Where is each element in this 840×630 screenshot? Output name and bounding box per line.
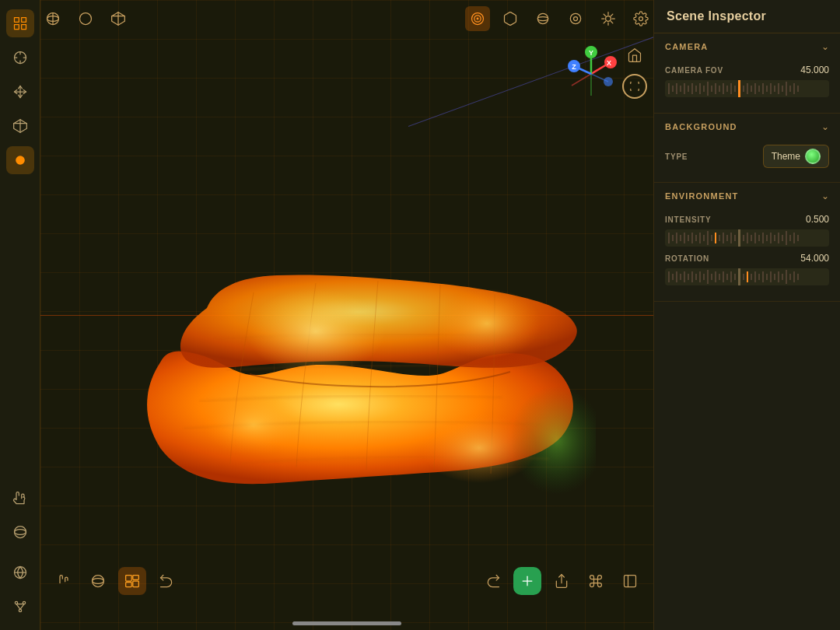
background-chevron-icon: ⌄	[821, 121, 829, 132]
bg-type-row: TYPE Theme	[665, 145, 829, 168]
svg-point-12	[14, 527, 26, 538]
svg-line-41	[604, 22, 605, 23]
grid-icon[interactable]	[6, 9, 34, 37]
rotation-value: 54.000	[800, 253, 829, 264]
orbit-icon[interactable]	[6, 518, 34, 546]
viewport-top-toolbar	[40, 6, 653, 31]
home-button[interactable]	[622, 43, 647, 68]
share-right-icon[interactable]	[548, 567, 576, 595]
panels-right-icon[interactable]	[616, 567, 644, 595]
svg-point-24	[80, 13, 92, 25]
fov-label: CAMERA FOV	[665, 66, 723, 75]
target-vt-icon[interactable]	[465, 6, 490, 31]
background-label: BACKGROUND	[665, 122, 737, 131]
cube-vt-icon[interactable]	[498, 6, 523, 31]
sphere-vt-icon[interactable]	[530, 6, 555, 31]
hand-bottom-icon[interactable]	[50, 567, 78, 595]
sun-vt-icon[interactable]	[596, 6, 621, 31]
viewport[interactable]: X Y Z	[40, 0, 653, 630]
background-section: BACKGROUND ⌄ TYPE Theme	[654, 114, 840, 183]
svg-line-18	[16, 604, 20, 610]
viewport-bottom-toolbar	[40, 567, 653, 595]
camera-chevron-icon: ⌄	[821, 41, 829, 52]
svg-rect-71	[625, 576, 636, 587]
scene-inspector-panel: Scene Inspector CAMERA ⌄ CAMERA FOV 45.0…	[653, 0, 840, 630]
svg-point-30	[537, 13, 548, 23]
rotation-label: ROTATION	[665, 254, 709, 263]
intensity-label: INTENSITY	[665, 215, 711, 224]
command-right-icon[interactable]	[582, 567, 610, 595]
sphere-solid-vt-icon[interactable]	[73, 6, 98, 31]
background-section-content: TYPE Theme	[654, 140, 840, 182]
orange-shape-icon[interactable]	[6, 146, 34, 174]
add-button[interactable]	[513, 567, 541, 595]
svg-line-19	[20, 604, 24, 610]
focus-button[interactable]	[622, 74, 647, 99]
svg-line-39	[604, 14, 605, 16]
fov-slider[interactable]	[665, 80, 829, 97]
settings-vt-icon[interactable]	[628, 6, 653, 31]
cube-outline-icon[interactable]	[6, 112, 34, 140]
svg-point-34	[606, 16, 611, 22]
fov-row: CAMERA FOV 45.000	[665, 65, 829, 75]
svg-point-29	[477, 18, 478, 19]
svg-rect-1	[21, 18, 26, 23]
redo-right-icon[interactable]	[479, 567, 507, 595]
svg-point-53	[604, 77, 613, 86]
bg-type-value: Theme	[772, 151, 800, 162]
theme-color-circle	[805, 149, 821, 164]
left-toolbar	[0, 0, 40, 630]
transform-icon[interactable]	[6, 78, 34, 106]
rotation-row: ROTATION 54.000	[665, 253, 829, 264]
rotation-slider[interactable]	[665, 268, 829, 285]
svg-rect-65	[126, 583, 132, 587]
svg-point-31	[537, 17, 548, 21]
undo-bottom-icon[interactable]	[152, 567, 180, 595]
background-section-header[interactable]: BACKGROUND ⌄	[654, 114, 840, 140]
svg-point-28	[474, 16, 481, 22]
hand-tool-icon[interactable]	[6, 484, 34, 512]
intensity-value: 0.500	[806, 214, 829, 225]
torus-vt-icon[interactable]	[563, 6, 588, 31]
svg-rect-67	[133, 581, 139, 587]
svg-point-59	[203, 394, 304, 456]
cube-wire-vt-icon[interactable]	[106, 6, 131, 31]
branch-icon[interactable]	[6, 593, 34, 621]
camera-section-header[interactable]: CAMERA ⌄	[654, 33, 840, 60]
frame-bottom-icon[interactable]	[118, 567, 146, 595]
bg-type-dropdown[interactable]: Theme	[763, 145, 829, 168]
camera-section: CAMERA ⌄ CAMERA FOV 45.000	[654, 33, 840, 114]
svg-rect-3	[21, 25, 26, 30]
svg-rect-66	[133, 576, 139, 580]
svg-point-33	[574, 17, 578, 21]
fov-value: 45.000	[800, 65, 829, 75]
camera-label: CAMERA	[665, 42, 708, 51]
svg-point-27	[472, 13, 484, 25]
select-icon[interactable]	[6, 44, 34, 72]
sphere-wire-vt-icon[interactable]	[40, 6, 65, 31]
svg-point-32	[570, 13, 580, 23]
svg-rect-2	[14, 25, 19, 30]
environment-section-content: INTENSITY 0.500 ROTATION 54.000	[654, 209, 840, 301]
environment-section: ENVIRONMENT ⌄ INTENSITY 0.500 ROTATION 5…	[654, 183, 840, 302]
world-icon[interactable]	[6, 558, 34, 586]
svg-line-40	[611, 22, 613, 23]
svg-point-11	[16, 156, 25, 165]
home-indicator	[292, 621, 401, 625]
environment-section-header[interactable]: ENVIRONMENT ⌄	[654, 183, 840, 209]
camera-section-content: CAMERA FOV 45.000	[654, 60, 840, 113]
svg-line-45	[572, 74, 591, 86]
orientation-gizmo[interactable]: X Y Z	[560, 43, 622, 105]
svg-rect-0	[14, 18, 19, 23]
3d-object	[98, 168, 596, 495]
svg-text:X: X	[607, 59, 611, 67]
svg-point-63	[93, 579, 104, 584]
panel-title: Scene Inspector	[654, 0, 840, 33]
orbit-bottom-icon[interactable]	[84, 567, 112, 595]
intensity-slider[interactable]	[665, 229, 829, 247]
intensity-row: INTENSITY 0.500	[665, 214, 829, 225]
svg-point-58	[432, 289, 541, 359]
environment-label: ENVIRONMENT	[665, 191, 738, 201]
svg-point-43	[639, 17, 643, 21]
environment-chevron-icon: ⌄	[821, 191, 829, 201]
